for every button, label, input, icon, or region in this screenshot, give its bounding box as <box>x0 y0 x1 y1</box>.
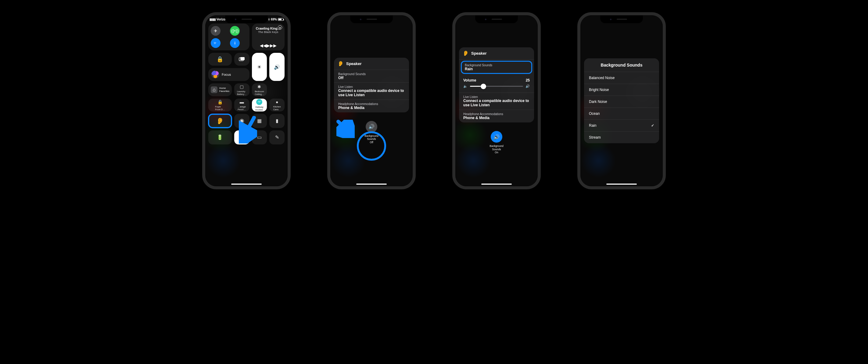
hearing-tile[interactable]: 👂 <box>208 114 232 128</box>
play-button[interactable]: ▶ <box>267 43 270 48</box>
hallway-tile[interactable]: 74°Hallwayecobee <box>252 99 267 111</box>
headphone-acc-value: Phone & Media <box>463 116 530 120</box>
live-listen-label: Live Listen <box>463 95 530 99</box>
volume-value: 25 <box>526 78 530 82</box>
wallet-icon: ▭ <box>257 134 262 140</box>
orientation-lock-icon: 🔒 <box>217 56 223 63</box>
remote-icon: ▮ <box>276 118 278 124</box>
bluetooth-toggle[interactable]: ᚼ <box>230 38 240 48</box>
bg-sounds-label: Background Sounds <box>338 73 405 76</box>
sound-option-rain[interactable]: Rain✓ <box>584 120 659 132</box>
headphone-acc-label: Headphone Accommodations <box>338 102 405 106</box>
output-label: Speaker <box>471 51 487 56</box>
live-listen-row[interactable]: Live Listen Connect a compatible audio d… <box>334 83 409 100</box>
volume-thumb[interactable] <box>480 84 486 89</box>
brightness-slider[interactable]: ☀ <box>252 53 267 81</box>
wifi-toggle[interactable]: ᯤ <box>211 38 220 48</box>
volume-slider[interactable]: 🔊 <box>269 53 284 81</box>
calculator-icon: ▦ <box>257 118 262 124</box>
record-icon: ◉ <box>240 118 244 124</box>
background-sounds-button[interactable]: 🔊 BackgroundSoundsOff <box>365 121 378 144</box>
phone-control-center: ▮▮▮▮ Verizon ᯤ ➤ ᚼ 69% ✈ ((•)) ᯤ ᚼ Crawl… <box>202 12 291 189</box>
live-listen-row[interactable]: Live Listen Connect a compatible audio d… <box>459 93 534 110</box>
notes-icon: ✎ <box>275 134 279 140</box>
volume-max-icon: 🔊 <box>526 84 530 88</box>
home-indicator[interactable] <box>481 184 512 185</box>
sound-option-bright-noise[interactable]: Bright Noise <box>584 84 659 96</box>
live-listen-label: Live Listen <box>338 85 405 89</box>
foyer-tile[interactable]: 🔒FoyerFront D… <box>208 99 232 111</box>
sound-option-dark-noise[interactable]: Dark Noise <box>584 96 659 108</box>
notch <box>350 15 393 23</box>
media-tile[interactable]: Crawling King… The Black Keys ◀◀ ▶ ▶▶ <box>252 24 284 50</box>
headphone-acc-row[interactable]: Headphone Accommodations Phone & Media <box>459 110 534 122</box>
screen-mirroring-tile[interactable] <box>234 53 249 66</box>
sound-option-balanced-noise[interactable]: Balanced Noise <box>584 72 659 84</box>
speaker-icon: 🔊 <box>491 131 502 143</box>
focus-tile[interactable]: Focus <box>208 68 249 81</box>
home-indicator[interactable] <box>606 184 637 185</box>
headphone-acc-row[interactable]: Headphone Accommodations Phone & Media <box>334 100 409 112</box>
output-label: Speaker <box>346 61 362 66</box>
sound-option-label: Ocean <box>589 111 599 116</box>
volume-min-icon: 🔈 <box>463 84 468 88</box>
phone-sound-picker: Background Sounds Balanced NoiseBright N… <box>577 12 666 189</box>
hearing-header: 👂 Speaker <box>334 58 409 70</box>
wallet-tile[interactable]: ▭ <box>252 131 267 144</box>
airplane-toggle[interactable]: ✈ <box>211 26 220 36</box>
volume-slider[interactable]: 🔈 🔊 <box>463 84 530 88</box>
prev-track-button[interactable]: ◀◀ <box>260 43 267 48</box>
bedroom-tile[interactable]: ✱BedroomCeiling… <box>252 83 267 96</box>
camera-icon: ▬ <box>240 99 244 105</box>
ear-icon: 👂 <box>463 50 469 56</box>
thermostat-icon: 74° <box>256 99 262 105</box>
annotation-arrow <box>336 120 355 138</box>
background-sounds-row[interactable]: Background Sounds Off <box>334 70 409 83</box>
focus-label: Focus <box>222 73 231 76</box>
sound-option-label: Bright Noise <box>589 88 609 92</box>
low-power-tile[interactable]: 🔋 <box>208 131 232 144</box>
dark-mode-tile[interactable]: ◐ <box>234 131 249 144</box>
media-title: Crawling King… <box>256 27 281 30</box>
battery-icon <box>278 18 283 21</box>
home-indicator[interactable] <box>356 184 387 185</box>
phone-hearing-on: 👂 Speaker Background Sounds Rain Volume2… <box>452 12 541 189</box>
garage-tile[interactable]: ▬…aragePerch… <box>234 99 249 111</box>
next-track-button[interactable]: ▶▶ <box>270 43 277 48</box>
kitchen-tile[interactable]: ●KitchenCans <box>269 99 284 111</box>
brightness-icon: ☀ <box>257 64 261 70</box>
home-icon: ⌂ <box>211 86 217 93</box>
home-favorites-tile[interactable]: ⌂ HomeFavorites <box>208 83 232 96</box>
notch <box>225 15 268 23</box>
media-artist: The Black Keys <box>258 30 278 34</box>
volume-icon: 🔊 <box>274 64 280 70</box>
calculator-tile[interactable]: ▦ <box>252 114 267 128</box>
tv-remote-tile[interactable]: ▮ <box>269 114 284 128</box>
live-listen-value: Connect a compatible audio device to use… <box>463 99 530 107</box>
connectivity-tile[interactable]: ✈ ((•)) ᯤ ᚼ <box>208 24 249 50</box>
orientation-lock-tile[interactable]: 🔒 <box>208 53 232 66</box>
background-sounds-button[interactable]: 🔊 BackgroundSoundsOn <box>490 131 503 154</box>
cellular-toggle[interactable]: ((•)) <box>230 26 240 36</box>
volume-label: Volume <box>463 78 476 82</box>
sound-option-stream[interactable]: Stream <box>584 132 659 143</box>
hearing-panel: 👂 Speaker Background Sounds Rain Volume2… <box>459 47 534 122</box>
notes-tile[interactable]: ✎ <box>269 131 284 144</box>
laundry-tile[interactable]: ▢LaundryBattery… <box>234 83 249 96</box>
screen-record-tile[interactable]: ◉ <box>234 114 249 128</box>
bg-button-label: BackgroundSoundsOff <box>365 134 378 144</box>
hearing-header: 👂 Speaker <box>459 47 534 60</box>
fan-icon: ✱ <box>257 84 261 89</box>
bg-sounds-value: Off <box>338 76 405 80</box>
airplay-icon[interactable] <box>278 25 282 30</box>
hearing-panel: 👂 Speaker Background Sounds Off Live Lis… <box>334 58 409 112</box>
home-indicator[interactable] <box>231 184 262 185</box>
ear-icon: 👂 <box>216 117 224 124</box>
battery-icon: 🔋 <box>217 134 223 140</box>
focus-icon <box>211 71 219 79</box>
checkmark-icon: ✓ <box>651 123 654 128</box>
bg-sounds-label: Background Sounds <box>465 63 528 67</box>
background-sounds-row[interactable]: Background Sounds Rain <box>461 61 532 74</box>
sound-option-label: Rain <box>589 123 596 128</box>
sound-option-ocean[interactable]: Ocean <box>584 108 659 120</box>
